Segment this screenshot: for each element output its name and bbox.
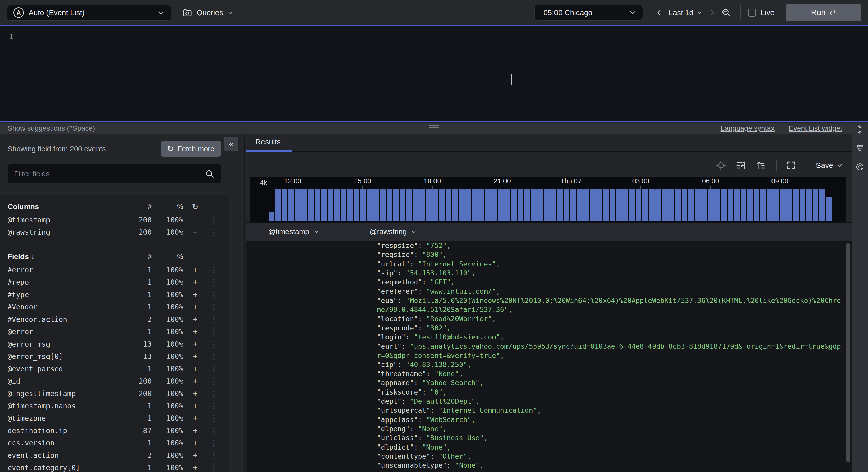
add-field-button[interactable]: + [183, 352, 207, 361]
time-range-back-button[interactable] [652, 5, 666, 20]
sort-ascending-icon[interactable] [756, 160, 767, 171]
column-header-rawstring[interactable]: @rawstring [361, 223, 852, 240]
field-row[interactable]: #Vendor.action2100%+⋮ [7, 313, 221, 326]
add-field-button[interactable]: + [183, 389, 207, 398]
field-row[interactable]: @error_msg[0]13100%+⋮ [7, 350, 221, 363]
field-menu-icon[interactable]: ⋮ [207, 464, 221, 472]
save-button[interactable]: Save [816, 161, 843, 170]
language-syntax-link[interactable]: Language syntax [721, 125, 775, 132]
event-histogram[interactable]: 4k 12:0015:0018:0021:00Thu 0703:0006:000… [250, 177, 846, 223]
target-cursor-icon[interactable] [855, 161, 866, 172]
field-menu-icon[interactable]: ⋮ [207, 327, 221, 336]
field-menu-icon[interactable]: ⋮ [207, 377, 221, 386]
collapse-fields-panel-button[interactable]: « [224, 137, 239, 151]
add-field-button[interactable]: + [183, 290, 207, 299]
show-suggestions-hint[interactable]: Show suggestions (^Space) [7, 125, 95, 133]
field-menu-icon[interactable]: ⋮ [207, 303, 221, 311]
field-menu-icon[interactable]: ⋮ [207, 228, 221, 237]
timezone-dropdown[interactable]: -05:00 Chicago [534, 4, 643, 21]
field-menu-icon[interactable]: ⋮ [207, 352, 221, 361]
field-row[interactable]: @timestamp200100%−⋮ [7, 214, 221, 226]
field-row[interactable]: #Vendor1100%+⋮ [7, 301, 221, 313]
query-editor[interactable]: 1 [0, 25, 868, 122]
panel-divider[interactable] [244, 134, 245, 472]
time-range-forward-button[interactable] [705, 5, 719, 20]
field-row[interactable]: @event_parsed1100%+⋮ [7, 363, 221, 375]
remove-column-button[interactable]: − [183, 215, 207, 225]
zoom-out-time-button[interactable] [719, 5, 733, 20]
add-field-button[interactable]: + [183, 327, 207, 336]
json-key: "ereferer" [377, 287, 418, 295]
field-row[interactable]: destination.ip87100%+⋮ [7, 425, 221, 437]
right-icon-rail [852, 123, 868, 472]
field-row[interactable]: @timezone1100%+⋮ [7, 412, 221, 425]
field-row[interactable]: ecs.version1100%+⋮ [7, 437, 221, 449]
editor-resize-handle[interactable] [429, 124, 439, 129]
column-header-timestamp[interactable]: @timestamp [265, 223, 361, 240]
field-row[interactable]: @id200100%+⋮ [7, 375, 221, 387]
add-field-button[interactable]: + [183, 278, 207, 287]
sort-descending-icon[interactable]: ↓ [31, 252, 35, 261]
add-field-button[interactable]: + [183, 377, 207, 386]
field-menu-icon[interactable]: ⋮ [207, 439, 221, 447]
field-row[interactable]: @rawstring200100%−⋮ [7, 226, 221, 238]
field-menu-icon[interactable]: ⋮ [207, 278, 221, 287]
field-count: 13 [128, 352, 152, 361]
rawstring-line: "urlclass": "Business Use", [377, 433, 841, 442]
filter-fields-input[interactable] [14, 170, 205, 178]
field-menu-icon[interactable]: ⋮ [207, 365, 221, 373]
results-table-body[interactable]: "respsize": "752","reqsize": "800","urlc… [246, 241, 852, 472]
vertical-scrollbar[interactable] [846, 243, 850, 463]
collapse-vertical-icon[interactable] [855, 124, 866, 135]
add-field-button[interactable]: + [183, 265, 207, 275]
add-field-button[interactable]: + [183, 414, 207, 423]
field-menu-icon[interactable]: ⋮ [207, 451, 221, 460]
histogram-bars[interactable] [269, 188, 832, 221]
field-row[interactable]: #repo1100%+⋮ [7, 276, 221, 289]
field-menu-icon[interactable]: ⋮ [207, 426, 221, 435]
field-row[interactable]: @error_msg13100%+⋮ [7, 338, 221, 350]
field-row[interactable]: @ingesttimestamp200100%+⋮ [7, 387, 221, 400]
add-field-button[interactable]: + [183, 302, 207, 312]
live-checkbox[interactable] [748, 8, 756, 16]
results-tab-bar: Results [246, 134, 852, 152]
field-menu-icon[interactable]: ⋮ [207, 402, 221, 410]
field-menu-icon[interactable]: ⋮ [207, 389, 221, 398]
add-field-button[interactable]: + [183, 315, 207, 324]
wrap-text-icon[interactable] [736, 160, 746, 171]
add-field-button[interactable]: + [183, 339, 207, 349]
view-selector-dropdown[interactable]: A Auto (Event List) [6, 4, 171, 21]
field-row[interactable]: @timestamp.nanos1100%+⋮ [7, 400, 221, 412]
crosshair-icon[interactable] [716, 160, 726, 170]
field-row[interactable]: event.action2100%+⋮ [7, 449, 221, 462]
field-row[interactable]: #error1100%+⋮ [7, 264, 221, 276]
fullscreen-icon[interactable] [786, 160, 796, 170]
time-range-dropdown[interactable]: Last 1d [669, 8, 703, 17]
field-menu-icon[interactable]: ⋮ [207, 414, 221, 423]
run-button[interactable]: Run ↵ [786, 4, 862, 22]
field-percent: 100% [152, 390, 183, 398]
field-row[interactable]: event.category[0]1100%+⋮ [7, 462, 221, 472]
event-list-widget-link[interactable]: Event List widget [789, 125, 842, 132]
field-menu-icon[interactable]: ⋮ [207, 290, 221, 299]
field-row[interactable]: #type1100%+⋮ [7, 289, 221, 301]
add-field-button[interactable]: + [183, 438, 207, 448]
funnel-icon[interactable] [855, 143, 866, 154]
tab-results[interactable]: Results [255, 138, 281, 146]
add-field-button[interactable]: + [183, 401, 207, 411]
add-field-button[interactable]: + [183, 426, 207, 435]
field-menu-icon[interactable]: ⋮ [207, 215, 221, 225]
field-menu-icon[interactable]: ⋮ [207, 315, 221, 324]
add-field-button[interactable]: + [183, 463, 207, 472]
add-field-button[interactable]: + [183, 451, 207, 460]
remove-column-button[interactable]: − [183, 228, 207, 237]
field-menu-icon[interactable]: ⋮ [207, 340, 221, 348]
field-row[interactable]: @error1100%+⋮ [7, 326, 221, 338]
add-field-button[interactable]: + [183, 364, 207, 374]
refresh-columns-icon[interactable]: ↻ [183, 202, 207, 211]
live-toggle[interactable]: Live [748, 8, 775, 17]
queries-dropdown[interactable]: Queries [182, 7, 233, 18]
histogram-bar [452, 189, 458, 221]
field-menu-icon[interactable]: ⋮ [207, 266, 221, 274]
fetch-more-button[interactable]: ↻ Fetch more [161, 141, 221, 157]
